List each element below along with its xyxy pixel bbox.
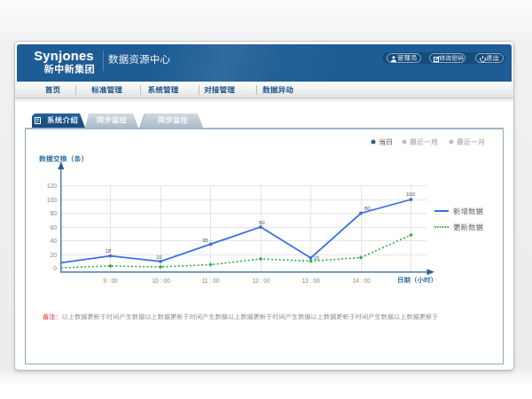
- svg-text:0: 0: [53, 265, 57, 271]
- svg-text:80: 80: [364, 206, 371, 211]
- svg-text:60: 60: [50, 224, 57, 231]
- svg-text:11 : 00: 11 : 00: [202, 278, 220, 284]
- svg-text:18: 18: [106, 248, 112, 254]
- svg-text:100: 100: [406, 192, 416, 197]
- svg-text:14 : 00: 14 : 00: [352, 278, 370, 284]
- svg-text:120: 120: [47, 183, 58, 189]
- svg-text:20: 20: [50, 252, 57, 258]
- svg-text:10: 10: [156, 254, 162, 260]
- svg-text:100: 100: [47, 197, 58, 203]
- svg-text:35: 35: [202, 238, 208, 243]
- svg-text:60: 60: [259, 220, 265, 225]
- svg-text:9 : 00: 9 : 00: [103, 278, 118, 284]
- svg-text:15: 15: [314, 255, 320, 261]
- svg-text:40: 40: [50, 238, 57, 244]
- svg-text:80: 80: [50, 210, 57, 216]
- svg-text:12 : 00: 12 : 00: [252, 278, 270, 284]
- svg-text:13 : 00: 13 : 00: [301, 278, 319, 284]
- svg-text:10 : 00: 10 : 00: [152, 278, 169, 284]
